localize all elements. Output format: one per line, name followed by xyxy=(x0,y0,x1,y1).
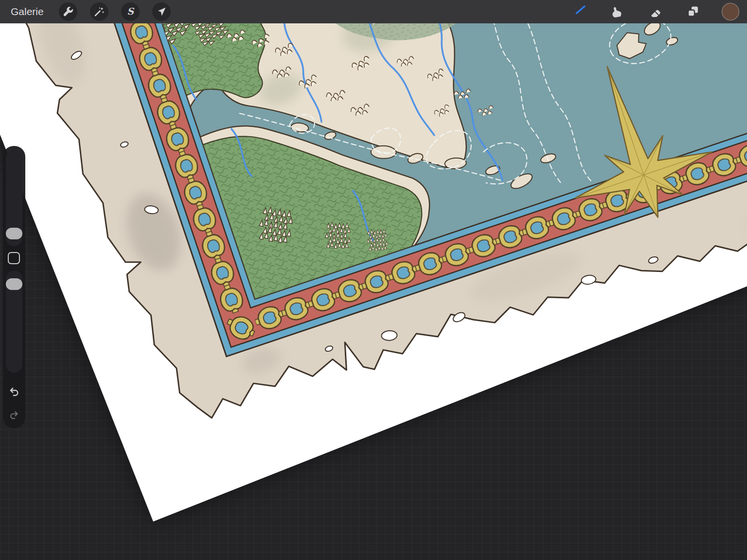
brush-icon xyxy=(572,4,587,19)
gallery-button[interactable]: Galerie xyxy=(11,6,44,18)
adjustments-button[interactable] xyxy=(90,2,108,21)
modify-button[interactable] xyxy=(8,252,20,264)
transform-button[interactable] xyxy=(152,2,171,21)
undo-arrow-icon xyxy=(8,385,20,398)
layers-button[interactable] xyxy=(685,3,701,20)
svg-text:S: S xyxy=(127,6,135,17)
undo-button[interactable] xyxy=(7,384,21,399)
smudge-finger-icon xyxy=(610,4,624,19)
smudge-tool-button[interactable] xyxy=(609,3,625,20)
brush-size-slider-thumb[interactable] xyxy=(6,228,22,239)
brush-opacity-slider-thumb[interactable] xyxy=(6,278,22,290)
eraser-icon xyxy=(648,4,662,19)
actions-button[interactable] xyxy=(59,2,77,21)
transform-arrow-icon xyxy=(156,6,167,18)
color-swatch-button[interactable] xyxy=(722,3,739,20)
selection-s-icon: S xyxy=(124,6,136,18)
erase-tool-button[interactable] xyxy=(647,3,663,20)
selection-button[interactable]: S xyxy=(121,2,140,21)
drawing-canvas[interactable] xyxy=(0,0,747,522)
magic-wand-icon xyxy=(93,6,105,18)
procreate-workspace: Galerie S xyxy=(0,0,747,560)
redo-arrow-icon xyxy=(8,409,20,421)
map-artwork xyxy=(0,0,747,522)
top-toolbar: Galerie S xyxy=(0,0,747,23)
side-control-bar xyxy=(3,146,25,428)
redo-button[interactable] xyxy=(7,408,21,422)
layers-icon xyxy=(686,5,700,18)
paint-tool-button[interactable] xyxy=(571,3,587,20)
wrench-icon xyxy=(62,6,74,18)
